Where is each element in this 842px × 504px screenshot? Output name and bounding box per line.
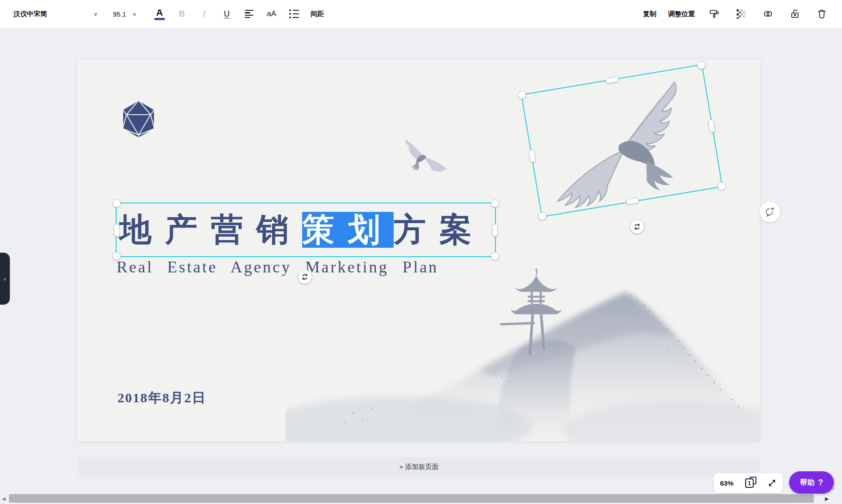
selection-handle[interactable] — [491, 252, 499, 260]
chevron-down-icon: ∨ — [93, 11, 98, 17]
help-label: 帮助 — [800, 478, 815, 487]
help-question-mark: ? — [818, 478, 823, 487]
font-size-selector[interactable]: 95.1 ∨ — [113, 10, 137, 18]
text-color-swatch — [154, 18, 165, 20]
link-button[interactable] — [760, 5, 776, 23]
help-button[interactable]: 帮助 ? — [789, 471, 834, 494]
font-family-value: 汉仪中宋简 — [13, 10, 47, 18]
slide-title: 地产营销策划方案 — [117, 214, 485, 246]
selection-handle[interactable] — [491, 199, 499, 207]
selection-handle[interactable] — [717, 181, 726, 191]
page-indicator[interactable]: 1 — [745, 478, 756, 488]
add-page-bar[interactable]: + 添加新页面 — [78, 457, 760, 477]
checkerboard-icon — [736, 9, 747, 19]
bold-button[interactable]: B — [171, 5, 193, 23]
small-bird-image[interactable] — [397, 136, 452, 173]
slide-page[interactable]: 地产营销策划方案 Real Estate Agency Marketing Pl… — [77, 59, 760, 441]
paint-roller-icon — [709, 9, 720, 19]
ink-mountain-art — [286, 264, 760, 441]
font-size-value: 95.1 — [113, 10, 126, 18]
rotate-icon — [301, 273, 308, 280]
align-left-icon — [245, 10, 253, 18]
scrollbar-left-arrow[interactable]: ◀ — [2, 496, 5, 502]
canvas-workspace: ‹ + — [0, 28, 842, 504]
text-case-button[interactable]: aA — [260, 5, 283, 23]
title-selected-text: 策划 — [302, 212, 394, 248]
text-align-button[interactable] — [238, 5, 260, 23]
selected-image-element[interactable] — [521, 64, 723, 217]
spacing-button[interactable]: 间距 — [305, 5, 330, 23]
copy-button[interactable]: 复制 — [643, 10, 656, 18]
side-panel-toggle[interactable]: ‹ — [0, 253, 10, 305]
view-controls: 63% 1 — [714, 473, 783, 493]
italic-button[interactable]: I — [193, 5, 216, 23]
comment-plus-icon — [764, 206, 776, 218]
add-comment-button[interactable] — [760, 202, 780, 222]
zoom-level[interactable]: 63% — [720, 479, 733, 487]
text-color-button[interactable]: A — [148, 5, 171, 23]
panel-chevron-icon: ‹ — [4, 276, 6, 282]
delete-button[interactable] — [814, 5, 829, 23]
transparency-button[interactable] — [733, 5, 749, 23]
font-family-selector[interactable]: 汉仪中宋简 ∨ — [13, 10, 98, 18]
lock-button[interactable] — [787, 5, 803, 23]
slide-subtitle[interactable]: Real Estate Agency Marketing Plan — [117, 258, 438, 276]
unlock-icon — [790, 9, 800, 19]
selection-handle[interactable] — [492, 224, 498, 237]
horizontal-scrollbar-thumb[interactable] — [9, 494, 814, 503]
rotate-handle-image[interactable] — [630, 220, 644, 234]
adjust-position-button[interactable]: 调整位置 — [668, 10, 695, 18]
list-button[interactable] — [283, 5, 305, 23]
rotate-handle-title[interactable] — [298, 270, 312, 284]
dropdown-triangle-icon[interactable]: ▼ — [830, 486, 835, 491]
selection-handle[interactable] — [113, 252, 121, 260]
title-text-box[interactable]: 地产营销策划方案 — [116, 202, 496, 257]
chevron-down-icon: ∨ — [132, 11, 137, 17]
bullet-list-icon — [289, 9, 299, 18]
rotate-icon — [634, 223, 641, 230]
selection-handle[interactable] — [114, 224, 119, 237]
underline-button[interactable]: U — [216, 5, 238, 23]
slide-date[interactable]: 2018年8月2日 — [117, 389, 206, 407]
selection-handle[interactable] — [113, 199, 121, 207]
link-icon — [763, 9, 773, 19]
title-post: 方案 — [394, 212, 485, 248]
trash-icon — [816, 9, 827, 19]
scrollbar-right-arrow[interactable]: ▶ — [825, 496, 829, 502]
add-page-label: + 添加新页面 — [399, 463, 439, 471]
polyhedron-logo[interactable] — [120, 99, 157, 139]
copy-style-button[interactable] — [707, 5, 722, 23]
fullscreen-icon[interactable] — [768, 478, 777, 487]
title-pre: 地产营销 — [119, 212, 302, 248]
large-bird-image — [522, 65, 722, 216]
current-page-number: 1 — [745, 478, 754, 488]
top-toolbar: 汉仪中宋简 ∨ 95.1 ∨ A B I U aA — [0, 0, 842, 28]
